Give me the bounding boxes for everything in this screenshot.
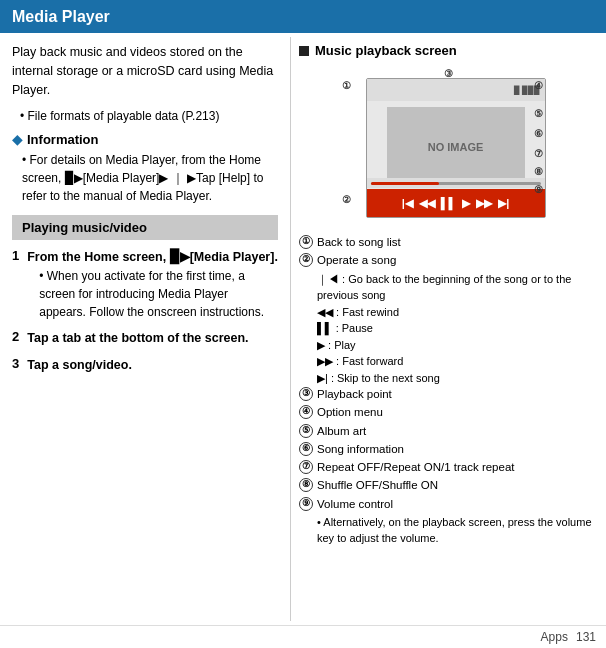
ann-text-3: Playback point (317, 386, 392, 403)
label-6: ⑥ (534, 128, 543, 139)
step-1-content: From the Home screen, ▉▶[Media Player]. … (27, 248, 278, 321)
label-2: ② (342, 194, 351, 205)
ann-text-2: Operate a song (317, 252, 396, 269)
step-3: 3 Tap a song/video. (12, 356, 278, 375)
playing-section-header: Playing music/video (12, 215, 278, 240)
annotations-list: ① Back to song list ② Operate a song ｜◀ … (299, 234, 596, 547)
ann-item-9: ⑨ Volume control (299, 496, 596, 513)
page-number: 131 (576, 630, 596, 644)
main-content: Play back music and videos stored on the… (0, 33, 606, 625)
prev-btn[interactable]: |◀ (402, 197, 413, 210)
label-4: ④ (534, 80, 543, 91)
ann-circle-3: ③ (299, 387, 313, 401)
info-header: ◆ Information (12, 131, 278, 147)
page-footer: Apps 131 (0, 625, 606, 648)
right-column: Music playback screen ▉ ▉▉▉ NO IMAGE (291, 33, 606, 625)
pause-btn[interactable]: ▌▌ (441, 197, 457, 209)
ann-circle-2: ② (299, 253, 313, 267)
ann-item-1: ① Back to song list (299, 234, 596, 251)
step-1-main: From the Home screen, ▉▶[Media Player]. (27, 248, 278, 267)
ann-text-8: Shuffle OFF/Shuffle ON (317, 477, 438, 494)
header-banner: Media Player (0, 0, 606, 33)
ann-item-8: ⑧ Shuffle OFF/Shuffle ON (299, 477, 596, 494)
info-title: Information (27, 132, 99, 147)
ann-text-4: Option menu (317, 404, 383, 421)
label-9: ⑨ (534, 184, 543, 195)
ann-sub-9-1: • Alternatively, on the playback screen,… (317, 514, 596, 547)
step-1-number: 1 (12, 248, 19, 321)
ann-circle-8: ⑧ (299, 478, 313, 492)
phone-mockup-area: ▉ ▉▉▉ NO IMAGE (299, 66, 596, 226)
ann-item-4: ④ Option menu (299, 404, 596, 421)
ann-sub-2-4: ▶ : Play (317, 337, 596, 354)
right-section-title: Music playback screen (299, 43, 596, 58)
ann-sub-2-2: ◀◀ : Fast rewind (317, 304, 596, 321)
label-3: ③ (444, 68, 453, 79)
music-playback-title: Music playback screen (315, 43, 457, 58)
black-square-icon (299, 46, 309, 56)
next-btn[interactable]: ▶| (498, 197, 509, 210)
label-8: ⑧ (534, 166, 543, 177)
ann-sub-2-3: ▌▌ : Pause (317, 320, 596, 337)
step-3-number: 3 (12, 356, 19, 375)
ann-sub-2-5: ▶▶ : Fast forward (317, 353, 596, 370)
label-1: ① (342, 80, 351, 91)
play-btn[interactable]: ▶ (462, 197, 470, 210)
no-image-area: NO IMAGE (387, 107, 525, 187)
step-1-sub: • When you activate for the first time, … (39, 267, 278, 321)
ann-circle-9: ⑨ (299, 497, 313, 511)
ann-circle-5: ⑤ (299, 424, 313, 438)
rewind-btn[interactable]: ◀◀ (419, 197, 435, 210)
ann-item-7: ⑦ Repeat OFF/Repeat ON/1 track repeat (299, 459, 596, 476)
label-7: ⑦ (534, 148, 543, 159)
no-image-text: NO IMAGE (428, 141, 484, 153)
ann-item-2: ② Operate a song (299, 252, 596, 269)
ann-text-9: Volume control (317, 496, 393, 513)
ann-item-3: ③ Playback point (299, 386, 596, 403)
intro-text: Play back music and videos stored on the… (12, 43, 278, 99)
info-bullet: • For details on Media Player, from the … (22, 151, 278, 205)
controls-bar: |◀ ◀◀ ▌▌ ▶ ▶▶ ▶| (367, 189, 545, 217)
fforward-btn[interactable]: ▶▶ (476, 197, 492, 210)
ann-item-6: ⑥ Song information (299, 441, 596, 458)
diamond-icon: ◆ (12, 131, 23, 147)
step-2-main: Tap a tab at the bottom of the screen. (27, 329, 248, 348)
step-2-number: 2 (12, 329, 19, 348)
phone-top-bar: ▉ ▉▉▉ (367, 79, 545, 101)
ann-item-5: ⑤ Album art (299, 423, 596, 440)
apps-label: Apps (541, 630, 568, 644)
page-container: Media Player Play back music and videos … (0, 0, 606, 648)
ann-circle-1: ① (299, 235, 313, 249)
ann-circle-7: ⑦ (299, 460, 313, 474)
label-5: ⑤ (534, 108, 543, 119)
ann-text-7: Repeat OFF/Repeat ON/1 track repeat (317, 459, 515, 476)
file-formats-bullet: • File formats of playable data (P.213) (20, 107, 278, 125)
ann-circle-6: ⑥ (299, 442, 313, 456)
phone-screen: ▉ ▉▉▉ NO IMAGE (366, 78, 546, 218)
step-1: 1 From the Home screen, ▉▶[Media Player]… (12, 248, 278, 321)
ann-text-6: Song information (317, 441, 404, 458)
header-title: Media Player (12, 8, 110, 25)
ann-text-5: Album art (317, 423, 366, 440)
step-2: 2 Tap a tab at the bottom of the screen. (12, 329, 278, 348)
step-3-main: Tap a song/video. (27, 356, 132, 375)
ann-circle-4: ④ (299, 405, 313, 419)
info-section: ◆ Information • For details on Media Pla… (12, 131, 278, 205)
left-column: Play back music and videos stored on the… (0, 33, 290, 625)
ann-sub-2-6: ▶| : Skip to the next song (317, 370, 596, 387)
ann-sub-2-1: ｜◀ : Go back to the beginning of the son… (317, 271, 596, 304)
ann-text-1: Back to song list (317, 234, 401, 251)
